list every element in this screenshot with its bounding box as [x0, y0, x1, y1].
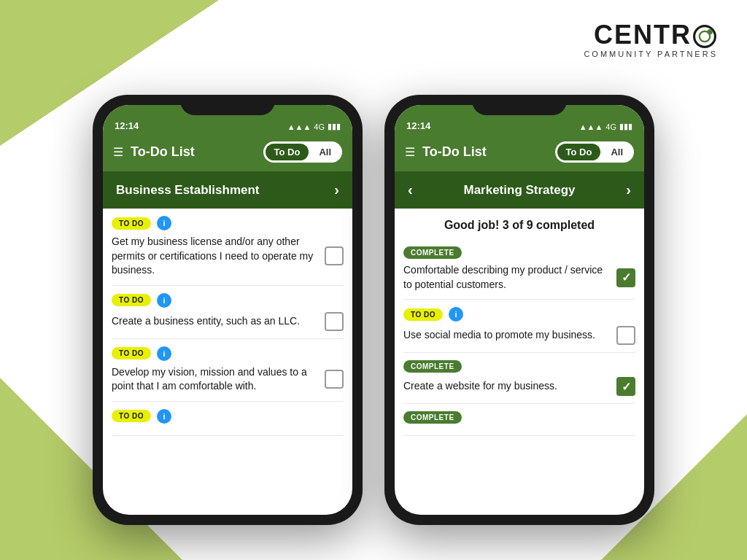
- phone1-battery-icon: ▮▮▮: [328, 122, 341, 131]
- phone1-task-list: TO DO i Get my business license and/or a…: [103, 209, 352, 436]
- logo-wrapper: CENTR: [594, 22, 718, 48]
- phone1-network: 4G: [314, 122, 325, 131]
- phone2-header-title: To-Do List: [422, 144, 487, 160]
- phone1-task2-row: Create a business entity, such as an LLC…: [112, 312, 344, 331]
- phone2-hamburger-icon[interactable]: ☰: [405, 145, 415, 159]
- phone2-task-list: COMPLETE Comfortable describing my produ…: [395, 239, 644, 436]
- phone1-app-header: ☰ To-Do List To Do All: [103, 136, 352, 171]
- phone1-task4-badge: TO DO: [112, 410, 151, 422]
- phone1-task1-header: TO DO i: [112, 216, 344, 230]
- phone1-task3-info-icon[interactable]: i: [157, 346, 171, 361]
- phone2-task3-row: Create a website for my business. ✓: [403, 377, 635, 396]
- phone2-progress-text: Good job! 3 of 9 completed: [395, 209, 644, 239]
- phone2-notch: [472, 95, 567, 115]
- phone2-task3-checkbox[interactable]: ✓: [616, 377, 635, 396]
- phone2-tab-all[interactable]: All: [602, 144, 632, 160]
- phone1-task-1: TO DO i Get my business license and/or a…: [112, 209, 344, 286]
- phone2-task2-header: TO DO i: [403, 307, 635, 322]
- phone2-task2-checkbox[interactable]: [616, 326, 635, 345]
- phone1-task2-header: TO DO i: [112, 293, 344, 308]
- phone1-task3-checkbox[interactable]: [325, 370, 344, 389]
- phone2-task-1: COMPLETE Comfortable describing my produ…: [403, 239, 635, 300]
- phone1-header-title: To-Do List: [131, 144, 195, 160]
- svg-point-2: [708, 29, 713, 34]
- phone2-tab-todo[interactable]: To Do: [557, 144, 601, 160]
- phone1-task1-text: Get my business license and/or any other…: [112, 235, 319, 278]
- phone1-time: 12:14: [115, 120, 139, 131]
- phone1-task3-header: TO DO i: [112, 346, 344, 361]
- phone1-task-2: TO DO i Create a business entity, such a…: [112, 286, 344, 339]
- phone2-network: 4G: [605, 122, 616, 131]
- phone1-task2-text: Create a business entity, such as an LLC…: [112, 314, 319, 329]
- phone2-task2-badge: TO DO: [403, 308, 443, 321]
- phone-1: 12:14 ▲▲▲ 4G ▮▮▮ ☰ To-Do List To Do All: [93, 95, 363, 525]
- phone2-task-2: TO DO i Use social media to promote my b…: [403, 300, 635, 353]
- phone1-task1-info-icon[interactable]: i: [157, 216, 171, 230]
- phone2-task2-text: Use social media to promote my business.: [403, 328, 611, 343]
- phone1-header-left: ☰ To-Do List: [113, 144, 195, 160]
- phone2-inner: 12:14 ▲▲▲ 4G ▮▮▮ ☰ To-Do List To Do All: [395, 105, 644, 515]
- phone1-task4-info-icon[interactable]: i: [157, 409, 171, 424]
- phone1-task2-info-icon[interactable]: i: [157, 293, 171, 308]
- phone2-task1-text: Comfortable describing my product / serv…: [403, 263, 611, 292]
- logo-o-icon: [692, 23, 718, 50]
- phone1-status-icons: ▲▲▲ 4G ▮▮▮: [287, 122, 341, 131]
- phone1-task1-badge: TO DO: [112, 217, 151, 230]
- phones-container: 12:14 ▲▲▲ 4G ▮▮▮ ☰ To-Do List To Do All: [93, 95, 654, 525]
- phone2-task3-badge: COMPLETE: [403, 360, 462, 373]
- phone2-task2-info-icon[interactable]: i: [449, 307, 463, 322]
- phone2-task1-header: COMPLETE: [403, 246, 635, 259]
- phone1-task2-checkbox[interactable]: [325, 312, 344, 331]
- phone2-task3-text: Create a website for my business.: [403, 379, 611, 394]
- phone2-section-title: Marketing Strategy: [463, 183, 575, 198]
- phone2-nav-left-icon[interactable]: ‹: [408, 182, 413, 198]
- phone2-task1-checkbox[interactable]: ✓: [616, 268, 635, 287]
- phone2-task1-checkmark-icon: ✓: [622, 271, 631, 284]
- phone2-task1-badge: COMPLETE: [403, 246, 462, 259]
- svg-point-0: [694, 26, 716, 47]
- phone1-section-header: Business Establishment ›: [103, 171, 352, 209]
- phone1-inner: 12:14 ▲▲▲ 4G ▮▮▮ ☰ To-Do List To Do All: [103, 105, 352, 515]
- phone2-nav-right-icon[interactable]: ›: [626, 182, 631, 198]
- phone1-task3-row: Develop my vision, mission and values to…: [112, 365, 344, 394]
- phone1-task3-badge: TO DO: [112, 347, 151, 359]
- phone1-task1-row: Get my business license and/or any other…: [112, 235, 344, 278]
- phone1-tab-all[interactable]: All: [310, 144, 340, 160]
- logo-subtitle: COMMUNITY PARTNERS: [584, 50, 718, 58]
- phone1-task-4: TO DO i: [112, 402, 344, 436]
- phone1-signal-icon: ▲▲▲: [287, 122, 311, 131]
- phone1-notch: [180, 95, 275, 115]
- phone1-task2-badge: TO DO: [112, 294, 151, 306]
- phone2-task2-row: Use social media to promote my business.: [403, 326, 635, 345]
- phone-2: 12:14 ▲▲▲ 4G ▮▮▮ ☰ To-Do List To Do All: [384, 95, 654, 525]
- phone2-task1-row: Comfortable describing my product / serv…: [403, 263, 635, 292]
- phone1-nav-right-icon[interactable]: ›: [334, 182, 339, 198]
- phone2-task4-header: COMPLETE: [403, 411, 635, 424]
- phone1-task1-checkbox[interactable]: [325, 246, 344, 265]
- phone1-tab-switcher: To Do All: [263, 141, 342, 163]
- phone1-task4-header: TO DO i: [112, 409, 344, 424]
- phone2-task-3: COMPLETE Create a website for my busines…: [403, 353, 635, 404]
- phone2-header-left: ☰ To-Do List: [405, 144, 487, 160]
- phone2-task4-badge: COMPLETE: [403, 411, 462, 424]
- logo-area: CENTR COMMUNITY PARTNERS: [584, 22, 718, 58]
- phone2-time: 12:14: [406, 120, 430, 131]
- phone1-task3-text: Develop my vision, mission and values to…: [112, 365, 319, 394]
- phone2-tab-switcher: To Do All: [555, 141, 634, 163]
- phone2-task3-header: COMPLETE: [403, 360, 635, 373]
- phone2-task3-checkmark-icon: ✓: [622, 380, 631, 394]
- logo-text-part1: CENTR: [594, 22, 692, 48]
- phone2-status-icons: ▲▲▲ 4G ▮▮▮: [579, 122, 632, 131]
- phone2-battery-icon: ▮▮▮: [619, 122, 632, 131]
- phone2-section-header: ‹ Marketing Strategy ›: [395, 171, 644, 209]
- phone1-section-title: Business Establishment: [116, 183, 260, 198]
- phone2-app-header: ☰ To-Do List To Do All: [395, 136, 644, 171]
- phone1-task-3: TO DO i Develop my vision, mission and v…: [112, 339, 344, 402]
- phone1-tab-todo[interactable]: To Do: [266, 144, 309, 160]
- phone2-task-4: COMPLETE: [403, 404, 635, 436]
- phone2-signal-icon: ▲▲▲: [579, 122, 603, 131]
- phone1-hamburger-icon[interactable]: ☰: [113, 145, 123, 159]
